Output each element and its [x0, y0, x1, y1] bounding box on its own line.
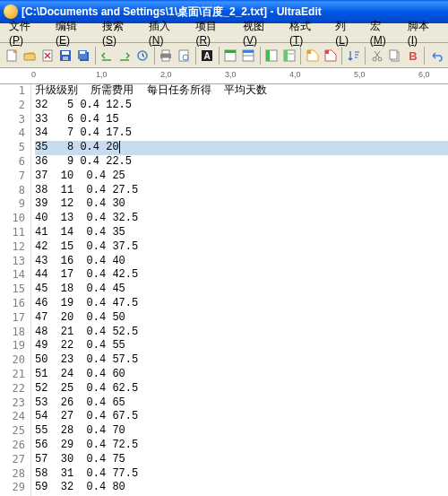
copy-button[interactable] [386, 47, 403, 65]
text-line: 36 9 0.4 22.5 [35, 155, 448, 170]
tag-button[interactable] [304, 47, 321, 65]
text-line: 50 23 0.4 57.5 [35, 353, 448, 368]
open-button[interactable] [22, 47, 39, 65]
line-number: 13 [0, 255, 25, 269]
nav1-button[interactable] [99, 47, 116, 65]
separator [219, 47, 220, 65]
line-number: 17 [0, 311, 25, 326]
bold-button[interactable]: B [404, 47, 421, 65]
text-line: 59 32 0.4 80 [35, 481, 448, 495]
saveall-button[interactable] [75, 47, 92, 65]
text-line: 54 27 0.4 67.5 [35, 410, 448, 424]
text-line: 45 18 0.4 45 [35, 283, 448, 297]
line-number: 21 [0, 368, 25, 382]
mark-button[interactable]: A [199, 47, 216, 65]
text-line: 44 17 0.4 42.5 [35, 268, 448, 283]
nav3-button[interactable] [134, 47, 151, 65]
line-number: 22 [0, 382, 25, 396]
tag2-button[interactable] [322, 47, 339, 65]
svg-rect-10 [162, 50, 169, 54]
svg-rect-25 [284, 50, 288, 61]
menu-t[interactable]: 格式(T) [284, 17, 330, 48]
new-button[interactable] [4, 47, 21, 65]
text-line: 57 30 0.4 75 [35, 453, 448, 467]
print-button[interactable] [158, 47, 175, 65]
svg-point-30 [378, 57, 382, 61]
menu-e[interactable]: 编辑(E) [50, 17, 97, 48]
svg-rect-8 [80, 51, 85, 54]
ruler-tick: 4,0 [289, 70, 301, 79]
svg-rect-32 [390, 50, 397, 59]
menu-bar: 文件(P)编辑(E)搜索(S)插入(N)项目(R)视图(V)格式(T)列(L)宏… [0, 23, 448, 43]
win1-button[interactable] [222, 47, 239, 65]
separator [300, 47, 301, 65]
menu-p[interactable]: 文件(P) [4, 17, 50, 48]
menu-i[interactable]: 脚本(I) [402, 17, 444, 48]
line-number: 7 [0, 170, 25, 184]
separator [424, 47, 425, 65]
text-line: 56 29 0.4 72.5 [35, 439, 448, 453]
text-line: 38 11 0.4 27.5 [35, 184, 448, 198]
menu-s[interactable]: 搜索(S) [97, 17, 143, 48]
text-line: 47 20 0.4 50 [35, 311, 448, 326]
line-number: 26 [0, 439, 25, 453]
menu-n[interactable]: 插入(N) [143, 17, 191, 48]
sort-button[interactable] [345, 47, 362, 65]
ruler-tick: 3,0 [225, 70, 237, 79]
line-number: 23 [0, 396, 25, 411]
text-line: 53 26 0.4 65 [35, 396, 448, 411]
ruler-tick: 2,0 [160, 70, 172, 79]
nav2-button[interactable] [116, 47, 134, 65]
close-button[interactable] [39, 47, 56, 65]
line-number: 11 [0, 226, 25, 240]
panel-button[interactable] [263, 47, 280, 65]
text-line: 39 12 0.4 30 [35, 197, 448, 212]
text-line: 58 31 0.4 77.5 [35, 467, 448, 482]
cut-button[interactable] [368, 47, 385, 65]
line-number: 3 [0, 113, 25, 127]
menu-l[interactable]: 列(L) [330, 17, 365, 48]
svg-rect-28 [325, 50, 329, 54]
undo-button[interactable] [427, 47, 444, 65]
text-line: 37 10 0.4 25 [35, 170, 448, 184]
text-line: 34 7 0.4 17.5 [35, 126, 448, 141]
svg-rect-26 [288, 53, 295, 55]
text-line: 32 5 0.4 12.5 [35, 99, 448, 113]
line-number: 8 [0, 184, 25, 198]
preview-button[interactable] [176, 47, 193, 65]
svg-text:A: A [204, 51, 211, 61]
separator [154, 47, 155, 65]
line-number: 19 [0, 339, 25, 353]
separator [195, 47, 196, 65]
save-button[interactable] [57, 47, 74, 65]
win2-button[interactable] [240, 47, 257, 65]
separator [260, 47, 261, 65]
text-line: 40 13 0.4 32.5 [35, 212, 448, 226]
menu-v[interactable]: 视图(V) [237, 17, 284, 48]
line-number: 14 [0, 268, 25, 283]
line-number: 20 [0, 353, 25, 368]
svg-rect-27 [307, 50, 311, 54]
panel2-button[interactable] [280, 47, 297, 65]
separator [95, 47, 96, 65]
line-number: 1 [0, 84, 25, 99]
svg-text:B: B [409, 49, 417, 62]
text-content[interactable]: 升级级别 所需费用 每日任务所得 平均天数32 5 0.4 12.533 6 0… [31, 84, 448, 496]
menu-m[interactable]: 宏(M) [365, 17, 402, 48]
line-number: 6 [0, 155, 25, 170]
svg-rect-20 [243, 50, 254, 53]
ruler: 01,02,03,04,05,06,0 [0, 68, 448, 84]
line-number: 9 [0, 197, 25, 212]
text-line: 升级级别 所需费用 每日任务所得 平均天数 [35, 84, 448, 99]
text-line: 41 14 0.4 35 [35, 226, 448, 240]
text-cursor [119, 141, 120, 153]
line-number-gutter: 1234567891011121314151617181920212223242… [0, 84, 31, 496]
separator [341, 47, 342, 65]
line-number: 2 [0, 99, 25, 113]
ruler-tick: 5,0 [354, 70, 366, 79]
menu-r[interactable]: 项目(R) [190, 17, 237, 48]
text-line: 49 22 0.4 55 [35, 339, 448, 353]
svg-rect-18 [225, 50, 236, 53]
line-number: 15 [0, 283, 25, 297]
line-number: 24 [0, 410, 25, 424]
